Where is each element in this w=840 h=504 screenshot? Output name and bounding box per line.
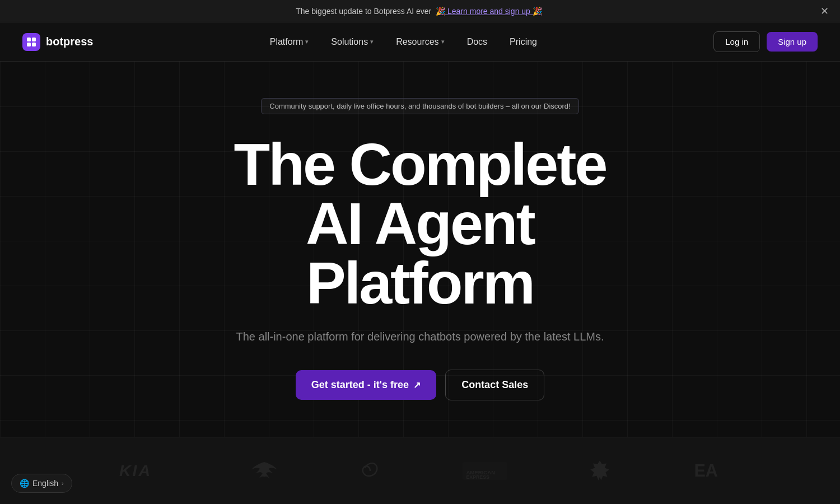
hero-title-line3: Platform: [306, 250, 534, 316]
svg-rect-2: [27, 43, 31, 46]
contact-sales-button[interactable]: Contact Sales: [445, 370, 544, 400]
navbar-logo[interactable]: botpress: [22, 33, 93, 51]
brand-ea: EA: [692, 461, 721, 480]
svg-rect-3: [32, 43, 36, 46]
login-button[interactable]: Log in: [713, 31, 760, 52]
resources-chevron-icon: ▾: [441, 38, 445, 45]
nav-item-solutions[interactable]: Solutions ▾: [322, 32, 382, 52]
navbar-actions: Log in Sign up: [713, 31, 818, 52]
hero-section: Community support, daily live office hou…: [0, 62, 840, 437]
hero-subtitle: The all-in-one platform for delivering c…: [236, 328, 604, 345]
hero-title-line2: AI Agent: [306, 190, 534, 256]
announcement-close-button[interactable]: ✕: [820, 5, 829, 17]
discord-badge[interactable]: Community support, daily live office hou…: [261, 98, 578, 114]
announcement-banner: The biggest update to Botpress AI ever 🎉…: [0, 0, 840, 22]
brands-section: KIA AMERICAN EXPRESS EA: [0, 437, 840, 504]
announcement-link[interactable]: 🎉 Learn more and sign up 🎉: [436, 7, 542, 16]
nav-item-pricing[interactable]: Pricing: [501, 32, 546, 52]
hero-title-line1: The Complete: [234, 131, 606, 197]
brand-amex: AMERICAN EXPRESS: [463, 462, 507, 480]
signup-button[interactable]: Sign up: [767, 32, 818, 52]
svg-rect-1: [32, 38, 36, 41]
hero-content: Community support, daily live office hou…: [168, 98, 672, 400]
announcement-text: The biggest update to Botpress AI ever: [296, 7, 431, 16]
language-selector[interactable]: 🌐 English ›: [11, 474, 72, 493]
navbar: botpress Platform ▾ Solutions ▾ Resource…: [0, 22, 840, 62]
brand-kia: KIA: [119, 463, 170, 479]
logo-text: botpress: [46, 35, 93, 48]
platform-chevron-icon: ▾: [305, 38, 309, 45]
arrow-icon: ↗: [413, 380, 421, 390]
logo-icon: [22, 33, 40, 51]
get-started-button[interactable]: Get started - it's free ↗: [296, 370, 436, 400]
brand-shell: [589, 460, 611, 482]
svg-rect-0: [27, 38, 31, 41]
hero-title: The Complete AI Agent Platform: [234, 134, 606, 312]
nav-item-resources[interactable]: Resources ▾: [387, 32, 453, 52]
nav-item-platform[interactable]: Platform ▾: [261, 32, 318, 52]
solutions-chevron-icon: ▾: [370, 38, 374, 45]
nav-item-docs[interactable]: Docs: [458, 32, 496, 52]
svg-text:EXPRESS: EXPRESS: [466, 474, 489, 480]
svg-text:KIA: KIA: [119, 463, 152, 479]
language-globe-icon: 🌐: [20, 479, 29, 488]
brand-swirl: [359, 460, 381, 482]
svg-text:EA: EA: [694, 461, 718, 480]
svg-point-5: [262, 464, 267, 470]
language-label: English: [32, 479, 58, 488]
language-chevron-icon: ›: [62, 480, 64, 487]
get-started-label: Get started - it's free: [311, 379, 409, 391]
navbar-nav: Platform ▾ Solutions ▾ Resources ▾ Docs …: [261, 32, 546, 52]
brand-american-eagle: [251, 460, 278, 482]
hero-buttons: Get started - it's free ↗ Contact Sales: [296, 370, 544, 400]
